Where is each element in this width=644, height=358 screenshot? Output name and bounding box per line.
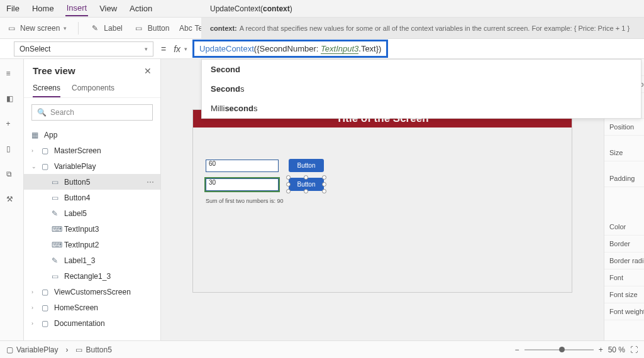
formula-bar: OnSelect▾ = fx ▾ UpdateContext({SecondNu… xyxy=(0,39,644,59)
media-icon[interactable]: ⧉ xyxy=(6,170,18,181)
label-icon: ✎ xyxy=(52,209,60,218)
screen-icon: ▢ xyxy=(42,319,50,328)
tree-viewcustomers[interactable]: ›▢ViewCustomersScreen xyxy=(24,284,160,300)
label-sum: Sum of first two numbers is: 90 xyxy=(206,198,284,205)
fx-icon: fx xyxy=(174,44,180,54)
button-icon: ▭ xyxy=(52,178,60,187)
textinput-icon: ⌨ xyxy=(52,241,60,249)
prop-size[interactable]: Size xyxy=(604,144,644,161)
prop-fontweight[interactable]: Font weight xyxy=(604,303,644,320)
tree-homescreen[interactable]: ›▢HomeScreen xyxy=(24,300,160,315)
chevron-right-icon: › xyxy=(31,320,38,327)
button4-control[interactable]: Button xyxy=(289,159,324,172)
button-icon: ▭ xyxy=(75,345,82,354)
zoom-out-button[interactable]: − xyxy=(515,345,519,354)
equals-sign: = xyxy=(161,44,166,54)
menu-view[interactable]: View xyxy=(98,1,118,16)
prop-font[interactable]: Font xyxy=(604,269,644,286)
suggestion-milliseconds[interactable]: Milliseconds xyxy=(202,99,641,118)
prop-color[interactable]: Color xyxy=(604,219,644,236)
prop-borderradius[interactable]: Border radiu xyxy=(604,252,644,269)
menu-action[interactable]: Action xyxy=(128,1,153,16)
tree-view-icon[interactable]: ◧ xyxy=(6,94,18,106)
menu-bar: File Home Insert View Action xyxy=(0,0,644,18)
selection-handle[interactable] xyxy=(286,175,291,180)
tree-masterscreen[interactable]: ›▢MasterScreen xyxy=(24,143,160,158)
tree-textinput3[interactable]: ⌨TextInput3 xyxy=(24,221,160,237)
screen-icon: ▢ xyxy=(42,303,50,312)
property-select[interactable]: OnSelect▾ xyxy=(14,41,153,57)
zoom-level: 50 % xyxy=(608,345,625,354)
chevron-down-icon: ⌄ xyxy=(31,163,38,170)
tree-view-pane: Tree view ✕ Screens Components 🔍 Search … xyxy=(24,59,161,340)
tree-app[interactable]: ▦App xyxy=(24,127,160,143)
selection-handle[interactable] xyxy=(304,175,308,180)
textinput3-control[interactable]: 30 xyxy=(206,178,279,191)
suggestion-seconds[interactable]: Seconds xyxy=(202,79,641,99)
breadcrumb-control[interactable]: ▭Button5 xyxy=(75,345,111,354)
data-icon[interactable]: ▯ xyxy=(6,144,18,156)
label-icon: ✎ xyxy=(90,23,100,33)
chevron-right-icon: › xyxy=(31,305,38,311)
new-screen-button[interactable]: ▭ New screen▾ xyxy=(6,23,67,33)
close-icon[interactable]: ✕ xyxy=(144,66,152,76)
screen-variableplay[interactable]: Title of the Screen 60 Button 30 Button xyxy=(192,109,572,293)
formula-input[interactable]: UpdateContext({SecondNumber: TextInput3.… xyxy=(192,40,388,58)
prop-position[interactable]: Position xyxy=(604,119,644,136)
screen-icon: ▢ xyxy=(42,162,50,171)
rect-icon: ▭ xyxy=(52,272,60,281)
search-icon: 🔍 xyxy=(37,108,47,117)
chevron-right-icon: › xyxy=(31,289,38,295)
textinput2-control[interactable]: 60 xyxy=(206,160,279,172)
prop-padding[interactable]: Padding xyxy=(604,170,644,187)
tools-icon[interactable]: ⚒ xyxy=(6,195,18,206)
selection-handle[interactable] xyxy=(286,182,291,187)
hamburger-icon[interactable]: ≡ xyxy=(6,69,18,80)
intellisense-dropdown: Second Seconds Milliseconds xyxy=(201,59,641,119)
zoom-slider[interactable] xyxy=(525,349,594,350)
screen-icon: ▢ xyxy=(6,345,13,354)
tree-documentation[interactable]: ›▢Documentation xyxy=(24,315,160,331)
text-icon: Abc xyxy=(180,23,191,33)
menu-file[interactable]: File xyxy=(5,1,21,16)
tree-rectangle1-3[interactable]: ▭Rectangle1_3 xyxy=(24,268,160,284)
screen-icon: ▢ xyxy=(42,146,50,155)
selection-handle[interactable] xyxy=(286,189,291,193)
tree-textinput2[interactable]: ⌨TextInput2 xyxy=(24,237,160,252)
formula-signature: UpdateContext(context) xyxy=(201,0,292,18)
chevron-right-icon: › xyxy=(31,148,38,154)
selection-handle[interactable] xyxy=(304,189,308,193)
suggestion-second[interactable]: Second xyxy=(202,60,641,79)
selection-handle[interactable] xyxy=(322,175,326,180)
zoom-in-button[interactable]: + xyxy=(599,345,603,354)
selection-handle[interactable] xyxy=(322,182,326,187)
breadcrumb-separator-icon: › xyxy=(65,345,68,354)
insert-label-button[interactable]: ✎ Label xyxy=(90,23,122,33)
tree-label5[interactable]: ✎Label5 xyxy=(24,205,160,221)
insert-button-button[interactable]: ▭ Button xyxy=(134,23,170,33)
button-icon: ▭ xyxy=(52,193,60,202)
tab-screens[interactable]: Screens xyxy=(33,80,60,97)
fit-icon[interactable]: ⛶ xyxy=(630,345,638,354)
add-icon[interactable]: + xyxy=(6,119,18,131)
tree-button4[interactable]: ▭Button4 xyxy=(24,190,160,205)
tree-button5[interactable]: ▭Button5⋯ xyxy=(24,174,160,190)
fx-expand-icon[interactable]: ▾ xyxy=(184,46,187,52)
breadcrumb-screen[interactable]: ▢VariablePlay xyxy=(6,345,58,354)
formula-help: context:A record that specifies new valu… xyxy=(201,18,644,39)
more-icon[interactable]: ⋯ xyxy=(147,178,154,187)
tree-variableplay[interactable]: ⌄▢VariablePlay xyxy=(24,158,160,174)
tree-search-input[interactable]: 🔍 Search xyxy=(31,104,153,121)
button-icon: ▭ xyxy=(134,23,144,33)
prop-fontsize[interactable]: Font size xyxy=(604,286,644,303)
tab-components[interactable]: Components xyxy=(72,80,114,97)
button5-control[interactable]: Button xyxy=(289,178,324,191)
menu-insert[interactable]: Insert xyxy=(65,1,89,16)
menu-home[interactable]: Home xyxy=(31,1,55,16)
tree-label1-3[interactable]: ✎Label1_3 xyxy=(24,252,160,268)
prop-border[interactable]: Border xyxy=(604,236,644,252)
status-bar: ▢VariablePlay › ▭Button5 − + 50 % ⛶ xyxy=(0,340,644,358)
new-screen-icon: ▭ xyxy=(6,23,16,33)
screen-icon: ▢ xyxy=(42,288,50,296)
selection-handle[interactable] xyxy=(322,189,326,193)
